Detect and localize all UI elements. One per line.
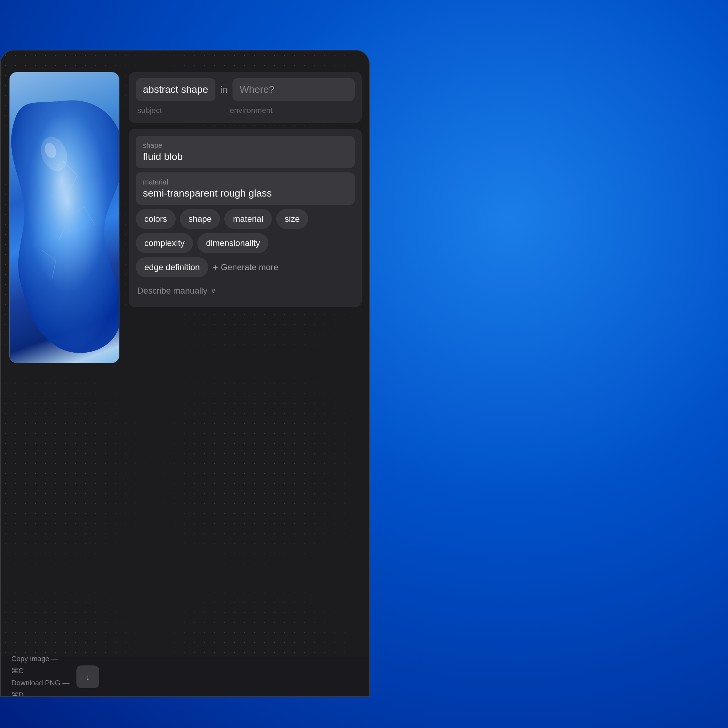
tag-shape[interactable]: shape [180, 209, 220, 229]
chevron-down-icon: ∨ [211, 286, 216, 295]
generate-more-row: edge definition + Generate more [136, 257, 355, 277]
download-button[interactable]: ↓ [76, 665, 99, 688]
describe-manually-label: Describe manually [137, 286, 207, 296]
search-labels: subject environment [136, 106, 355, 115]
material-label: material [143, 178, 348, 186]
in-label: in [220, 84, 228, 95]
shape-property-row[interactable]: shape fluid blob [136, 136, 355, 168]
tag-dimensionality[interactable]: dimensionality [197, 233, 268, 253]
material-property-row[interactable]: material semi-transparent rough glass [136, 173, 355, 205]
bottom-shortcuts: Copy image — ⌘C Download PNG — ⌘D [11, 653, 69, 697]
tag-complexity[interactable]: complexity [136, 233, 193, 253]
bottom-bar: Copy image — ⌘C Download PNG — ⌘D ↓ [1, 657, 369, 696]
search-row: abstract shape in Where? [136, 78, 355, 101]
material-value: semi-transparent rough glass [143, 188, 348, 199]
generate-more-button[interactable]: + Generate more [213, 262, 278, 273]
download-shortcut-text: Download PNG — ⌘D [11, 677, 69, 697]
environment-input[interactable]: Where? [232, 78, 355, 101]
subject-label: subject [136, 106, 228, 115]
tags-row-1: colors shape material size [136, 209, 355, 229]
main-content: abstract shape in Where? subject environ… [128, 72, 362, 653]
describe-manually-button[interactable]: Describe manually ∨ [136, 283, 355, 298]
tag-size[interactable]: size [276, 209, 309, 229]
shape-value: fluid blob [143, 151, 348, 162]
glass-blob-image [9, 90, 119, 356]
generate-more-label: Generate more [221, 262, 278, 272]
plus-icon: + [213, 262, 218, 273]
search-area: abstract shape in Where? subject environ… [128, 72, 362, 123]
subject-input[interactable]: abstract shape [136, 78, 216, 101]
tag-material[interactable]: material [224, 209, 272, 229]
shape-label: shape [143, 141, 348, 150]
device-frame: abstract shape in Where? subject environ… [0, 50, 370, 697]
environment-label: environment [228, 106, 355, 115]
tags-row-2: complexity dimensionality [136, 233, 355, 253]
image-panel [9, 72, 119, 363]
copy-shortcut-text: Copy image — ⌘C [11, 653, 69, 677]
edge-definition-tag[interactable]: edge definition [136, 257, 208, 277]
tag-colors[interactable]: colors [136, 209, 176, 229]
properties-panel: shape fluid blob material semi-transpare… [128, 128, 362, 307]
